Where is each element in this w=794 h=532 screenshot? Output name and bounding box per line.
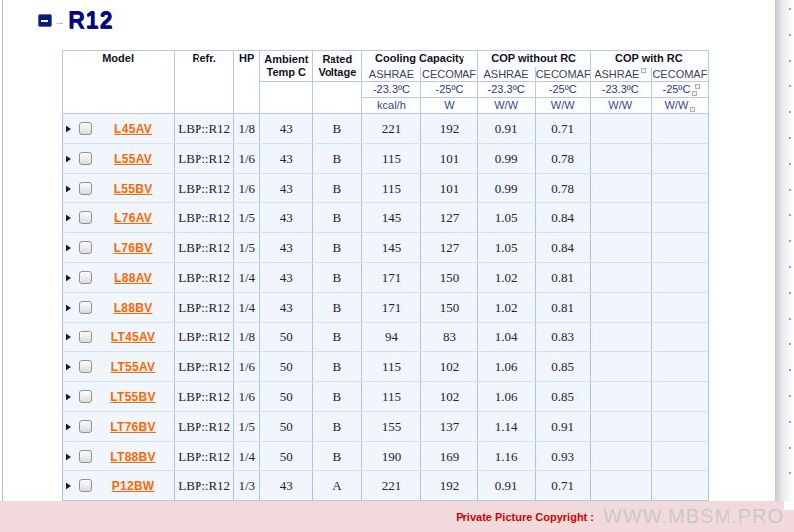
ambient-temp-cell: 50 bbox=[260, 412, 313, 442]
expand-row-icon[interactable] bbox=[66, 244, 71, 252]
hp-cell: 1/3 bbox=[234, 471, 260, 501]
cop-cecomaf-cell: 0.78 bbox=[535, 144, 590, 174]
expand-row-icon[interactable] bbox=[66, 304, 71, 312]
ambient-temp-cell: 43 bbox=[260, 114, 313, 144]
unit-wpw-1: W/W bbox=[477, 98, 535, 114]
expand-row-icon[interactable] bbox=[66, 333, 71, 341]
cop-cecomaf-cell: 0.81 bbox=[535, 293, 590, 323]
cooling-ashrae-cell: 221 bbox=[362, 114, 421, 144]
temp-ashrae-cop: -23.3ºC bbox=[477, 82, 535, 98]
unit-wpw-3: W/W bbox=[590, 98, 651, 114]
cop-rc-cecomaf-cell bbox=[651, 144, 708, 174]
cop-rc-ashrae-cell bbox=[590, 233, 651, 263]
expand-row-icon[interactable] bbox=[66, 363, 71, 371]
table-row: LT55BV LBP::R12 1/6 50 B 115 102 1.06 0.… bbox=[63, 382, 709, 412]
model-link[interactable]: P12BW bbox=[92, 479, 174, 493]
model-link[interactable]: L76BV bbox=[92, 241, 174, 255]
rated-voltage-cell: A bbox=[313, 471, 362, 501]
expand-row-icon[interactable] bbox=[66, 155, 71, 163]
expand-row-icon[interactable] bbox=[66, 214, 71, 222]
row-checkbox[interactable] bbox=[79, 450, 92, 463]
row-checkbox[interactable] bbox=[79, 479, 92, 492]
cop-rc-ashrae-cell bbox=[590, 323, 651, 352]
refrigerant-cell: LBP::R12 bbox=[175, 233, 234, 263]
temp-ashrae-cc: -23.3ºC bbox=[362, 82, 421, 98]
cooling-ashrae-cell: 145 bbox=[362, 203, 421, 233]
model-link[interactable]: L55BV bbox=[92, 182, 174, 196]
expand-row-icon[interactable] bbox=[66, 482, 71, 490]
hp-cell: 1/5 bbox=[234, 412, 260, 442]
cooling-cecomaf-cell: 83 bbox=[421, 323, 477, 352]
expand-row-icon[interactable] bbox=[66, 274, 71, 282]
cooling-ashrae-cell: 190 bbox=[362, 442, 421, 471]
col-header-cop-with-rc: COP with RC bbox=[590, 51, 708, 67]
row-checkbox[interactable] bbox=[79, 122, 92, 135]
row-checkbox[interactable] bbox=[79, 360, 92, 373]
broken-image-icon bbox=[690, 107, 695, 112]
rated-voltage-cell: B bbox=[313, 412, 362, 442]
cop-ashrae-cell: 1.02 bbox=[477, 293, 535, 323]
cooling-cecomaf-cell: 102 bbox=[421, 382, 477, 412]
cop-rc-cecomaf-cell bbox=[651, 114, 708, 144]
row-checkbox[interactable] bbox=[79, 211, 92, 224]
dotted-border bbox=[789, 8, 791, 494]
cop-cecomaf-cell: 0.71 bbox=[535, 114, 590, 144]
ambient-temp-cell: 43 bbox=[260, 203, 313, 233]
col-header-model: Model bbox=[63, 51, 175, 114]
model-link[interactable]: L88BV bbox=[92, 301, 174, 315]
cooling-cecomaf-cell: 169 bbox=[421, 442, 477, 471]
cooling-cecomaf-cell: 150 bbox=[421, 293, 477, 323]
table-body: L45AV LBP::R12 1/8 43 B 221 192 0.91 0.7… bbox=[63, 114, 709, 501]
col-header-rated: Rated Voltage bbox=[313, 51, 362, 82]
model-link[interactable]: L88AV bbox=[92, 271, 174, 285]
cop-rc-cecomaf-cell bbox=[651, 352, 708, 382]
model-link[interactable]: LT55AV bbox=[92, 360, 174, 374]
col-header-cooling-capacity: Cooling Capacity bbox=[362, 51, 477, 67]
expand-row-icon[interactable] bbox=[66, 185, 71, 193]
col-header-cop-without-rc: COP without RC bbox=[477, 51, 590, 67]
cooling-cecomaf-cell: 101 bbox=[421, 144, 477, 174]
row-checkbox[interactable] bbox=[79, 390, 92, 403]
expand-row-icon[interactable] bbox=[66, 393, 71, 401]
model-link[interactable]: L76AV bbox=[92, 211, 174, 225]
rated-voltage-cell: B bbox=[313, 293, 362, 323]
row-checkbox[interactable] bbox=[79, 331, 92, 343]
cooling-cecomaf-cell: 101 bbox=[421, 174, 477, 203]
model-link[interactable]: LT45AV bbox=[92, 331, 174, 344]
cop-ashrae-cell: 1.04 bbox=[477, 323, 535, 352]
unit-wpw-2: W/W bbox=[535, 98, 590, 114]
table-row: L55BV LBP::R12 1/6 43 B 115 101 0.99 0.7… bbox=[63, 174, 709, 203]
rated-voltage-cell: B bbox=[313, 174, 362, 203]
cop-ashrae-cell: 0.91 bbox=[477, 114, 535, 144]
cop-cecomaf-cell: 0.83 bbox=[535, 323, 590, 352]
refrigerant-cell: LBP::R12 bbox=[175, 442, 234, 471]
expand-row-icon[interactable] bbox=[66, 453, 71, 461]
cop-cecomaf-cell: 0.71 bbox=[535, 471, 590, 501]
model-link[interactable]: LT55BV bbox=[92, 390, 174, 404]
row-checkbox[interactable] bbox=[79, 241, 92, 254]
row-checkbox[interactable] bbox=[79, 420, 92, 433]
refrigerant-cell: LBP::R12 bbox=[175, 352, 234, 382]
expand-row-icon[interactable] bbox=[66, 423, 71, 431]
cop-rc-cecomaf-cell bbox=[651, 203, 708, 233]
cop-ashrae-cell: 1.06 bbox=[477, 352, 535, 382]
model-link[interactable]: LT76BV bbox=[92, 420, 174, 434]
row-checkbox[interactable] bbox=[79, 182, 92, 195]
expand-row-icon[interactable] bbox=[66, 125, 71, 133]
model-cell: L45AV bbox=[63, 114, 175, 144]
ambient-temp-cell: 43 bbox=[260, 144, 313, 174]
model-link[interactable]: LT88BV bbox=[92, 450, 174, 464]
row-checkbox[interactable] bbox=[79, 271, 92, 284]
row-checkbox[interactable] bbox=[79, 152, 92, 165]
cop-rc-ashrae-cell bbox=[590, 293, 651, 323]
cop-cecomaf-cell: 0.93 bbox=[535, 442, 590, 471]
rated-voltage-cell: B bbox=[313, 352, 362, 382]
table-row: LT88BV LBP::R12 1/4 50 B 190 169 1.16 0.… bbox=[63, 442, 709, 471]
cop-rc-cecomaf-cell bbox=[651, 382, 708, 412]
model-link[interactable]: L45AV bbox=[92, 122, 174, 136]
row-checkbox[interactable] bbox=[79, 301, 92, 314]
refrigerant-cell: LBP::R12 bbox=[175, 114, 234, 144]
model-link[interactable]: L55AV bbox=[92, 152, 174, 166]
corner-notch bbox=[784, 501, 794, 510]
cop-rc-cecomaf-cell bbox=[651, 471, 708, 501]
